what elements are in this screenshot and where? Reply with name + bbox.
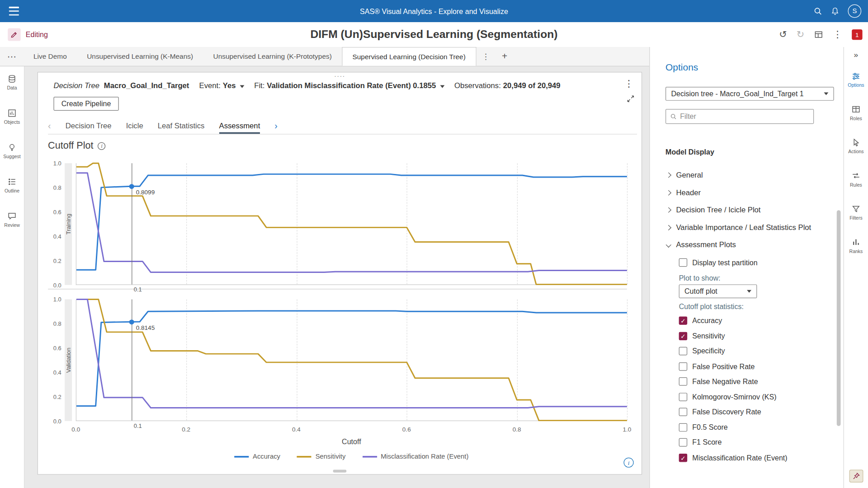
statistic-checkbox-false-positive-rate[interactable]: False Positive Rate (679, 359, 837, 374)
statistic-checkbox-specificity[interactable]: Specificity (679, 343, 837, 359)
object-selector-dropdown[interactable]: Decision tree - Macro_Goal_Ind_Target 1 (665, 87, 834, 101)
x-axis: 0.00.20.40.60.81.0 (76, 424, 627, 433)
right-rail-item-filters[interactable]: Filters (849, 204, 863, 221)
cutoff-marker[interactable] (129, 319, 134, 324)
alert-badge[interactable]: 1 (852, 29, 862, 40)
chart-panel-validation: 0.00.20.40.60.81.0Validation0.10.8145 (48, 296, 627, 424)
object-info-icon[interactable]: i (624, 458, 634, 468)
options-scrollbar[interactable] (837, 210, 841, 426)
options-body: GeneralHeaderDecision Tree / Icicle Plot… (650, 167, 836, 488)
cutoff-reference-line[interactable] (132, 299, 132, 420)
fit-label: Fit: (254, 81, 264, 89)
object-tab-leaf-statistics[interactable]: Leaf Statistics (158, 118, 205, 134)
group-header[interactable]: Header (650, 184, 836, 202)
objects-icon (7, 108, 17, 118)
object-menu-icon[interactable]: ⋮ (624, 78, 634, 90)
report-title: DIFM (Un)Supervised Learning (Segmentati… (0, 22, 868, 47)
statistic-checkbox-sensitivity[interactable]: Sensitivity (679, 328, 837, 344)
cutoff-reference-line[interactable] (132, 163, 132, 284)
panel-label-band: Validation (65, 299, 72, 421)
page-tab-menu-icon[interactable]: ⋮ (476, 47, 495, 66)
x-tick-label: 1.0 (623, 426, 631, 433)
panel-label: Validation (65, 347, 72, 373)
notifications-bell-icon[interactable] (830, 7, 840, 16)
fit-selector[interactable]: Fit:Validation Misclassification Rate (E… (254, 81, 444, 89)
maximize-icon[interactable] (627, 94, 635, 103)
pin-icon[interactable] (849, 470, 863, 483)
object-resize-handle[interactable] (333, 470, 347, 473)
left-rail-item-objects[interactable]: Objects (4, 108, 20, 125)
statistic-checkbox-accuracy[interactable]: Accuracy (679, 313, 837, 328)
collapse-panel-icon[interactable]: » (844, 50, 868, 59)
group-assessment-plots[interactable]: Assessment Plots (650, 236, 836, 254)
more-options-icon[interactable]: ⋮ (833, 29, 842, 41)
info-icon[interactable]: i (98, 142, 105, 150)
cutoff-marker-value: 0.8099 (136, 188, 155, 195)
tab-overflow-icon[interactable]: ⋯ (0, 47, 24, 66)
outline-icon (7, 177, 17, 187)
group-decision-tree-icicle-plot[interactable]: Decision Tree / Icicle Plot (650, 202, 836, 219)
right-rail-item-rules[interactable]: Rules (850, 171, 862, 188)
statistic-checkbox-false-negative-rate[interactable]: False Negative Rate (679, 374, 837, 389)
right-rail-item-ranks[interactable]: Ranks (849, 237, 863, 254)
undo-icon[interactable]: ↺ (779, 29, 787, 41)
filter-input[interactable] (680, 113, 809, 121)
dropdown-caret-icon (240, 85, 244, 88)
legend-item-accuracy: Accuracy (234, 453, 280, 460)
checkbox-label: False Discovery Rate (692, 408, 761, 416)
decision-tree-object[interactable]: ···· ⋮ Decision Tree Macro_Goal_Ind_Targ… (38, 72, 642, 474)
left-rail-label: Suggest (3, 154, 21, 159)
checkbox (679, 438, 688, 446)
plot-to-show-select[interactable]: Cutoff plot (679, 284, 757, 298)
left-rail: DataObjectsSuggestOutlineReview (0, 66, 24, 488)
statistic-checkbox-misclassification-rate-event[interactable]: Misclassification Rate (Event) (679, 450, 837, 465)
add-page-icon[interactable]: + (495, 47, 514, 66)
checkbox-label: False Negative Rate (692, 377, 758, 385)
review-icon (7, 211, 17, 221)
page-tab-live-demo[interactable]: Live Demo (24, 47, 77, 66)
object-selector-value: Decision tree - Macro_Goal_Ind_Target 1 (671, 89, 803, 98)
statistic-checkbox-false-discovery-rate[interactable]: False Discovery Rate (679, 404, 837, 420)
page-tab-unsupervised-learning-k-prototypes[interactable]: Unsupervised Learning (K-Prototypes) (203, 47, 342, 66)
right-rail-item-roles[interactable]: Roles (850, 104, 862, 121)
checkbox-label: Sensitivity (692, 332, 725, 340)
right-rail-label: Actions (848, 149, 863, 154)
checkbox-label: Accuracy (692, 317, 722, 325)
search-icon[interactable] (813, 7, 822, 16)
plot-area: 0.10.8145 (76, 299, 627, 421)
right-rail-item-options[interactable]: Options (848, 71, 864, 88)
object-tab-icicle[interactable]: Icicle (126, 118, 143, 134)
create-pipeline-button[interactable]: Create Pipeline (53, 97, 118, 111)
cutoff-marker[interactable] (129, 184, 134, 189)
avatar[interactable]: S (848, 5, 862, 18)
fit-value: Validation Misclassification Rate (Event… (267, 81, 436, 89)
object-header: Decision Tree Macro_Goal_Ind_Target Even… (53, 81, 570, 89)
page-tab-supervised-learning-decision-tree[interactable]: Supervised Learning (Decision Tree) (342, 47, 476, 66)
statistic-checkbox-f1-score[interactable]: F1 Score (679, 435, 837, 450)
redo-icon[interactable]: ↻ (797, 29, 805, 41)
group-label: Header (676, 188, 701, 197)
tabs-scroll-right-icon[interactable]: › (274, 121, 278, 131)
display-test-partition-checkbox[interactable]: Display test partition (679, 255, 837, 270)
left-rail-item-review[interactable]: Review (4, 211, 19, 228)
statistic-checkbox-f0-5-score[interactable]: F0.5 Score (679, 420, 837, 435)
tabs-scroll-left-icon[interactable]: ‹ (48, 121, 51, 131)
group-variable-importance-leaf-statistics-plot[interactable]: Variable Importance / Leaf Statistics Pl… (650, 219, 836, 236)
left-rail-item-outline[interactable]: Outline (5, 177, 19, 194)
statistic-checkbox-kolmogorov-smirnov-ks[interactable]: Kolmogorov-Smirnov (KS) (679, 389, 837, 404)
object-tab-decision-tree[interactable]: Decision Tree (66, 118, 112, 134)
legend-swatch (234, 455, 249, 457)
data-view-icon[interactable] (814, 30, 823, 39)
legend-swatch (297, 455, 311, 457)
page-tab-unsupervised-learning-k-means[interactable]: Unsupervised Learning (K-Means) (77, 47, 203, 66)
gridline (627, 163, 627, 284)
right-rail-item-actions[interactable]: Actions (848, 138, 863, 155)
checkbox-label: Display test partition (692, 258, 757, 267)
group-general[interactable]: General (650, 167, 836, 184)
y-tick-label: 0.4 (53, 233, 61, 240)
object-drag-handle[interactable]: ···· (334, 72, 345, 79)
left-rail-item-suggest[interactable]: Suggest (3, 143, 21, 160)
object-tab-assessment[interactable]: Assessment (219, 118, 260, 134)
event-selector[interactable]: Event:Yes (199, 81, 244, 89)
left-rail-item-data[interactable]: Data (7, 74, 17, 91)
